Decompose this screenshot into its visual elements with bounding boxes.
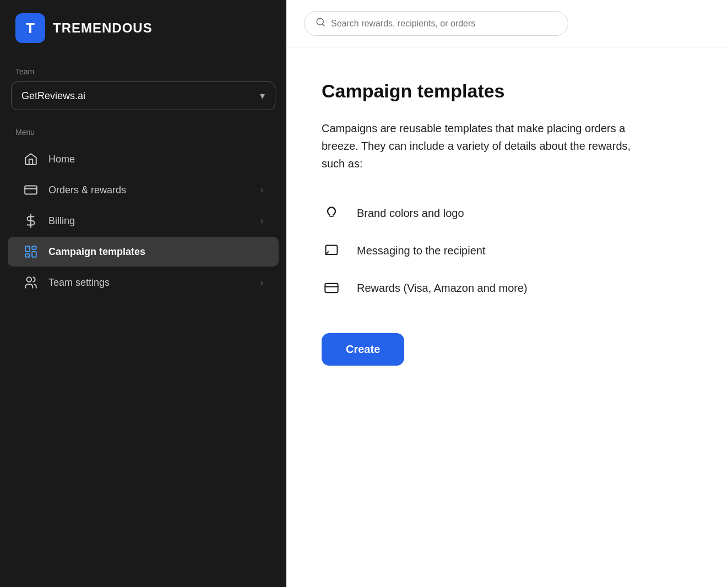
logo-letter: T: [26, 20, 35, 37]
svg-rect-11: [325, 284, 338, 292]
svg-rect-0: [25, 186, 37, 194]
team-selector[interactable]: GetReviews.ai ▾: [11, 81, 275, 110]
dollar-icon: [23, 214, 39, 228]
team-selector-value: GetReviews.ai: [21, 90, 85, 102]
sidebar-item-orders-label: Orders & rewards: [48, 184, 251, 196]
sidebar-item-home[interactable]: Home: [8, 144, 279, 174]
content-area: Campaign templates Campaigns are reusabl…: [286, 47, 728, 587]
sidebar-nav: Home Orders & rewards › Billing ›: [0, 143, 286, 298]
svg-rect-3: [25, 246, 30, 252]
main-content: Campaign templates Campaigns are reusabl…: [286, 0, 728, 587]
feature-messaging: Messaging to the recipient: [322, 232, 693, 269]
chevron-down-icon: ▾: [260, 90, 265, 102]
svg-rect-4: [32, 246, 36, 249]
team-section-label: Team: [0, 56, 286, 81]
sidebar-item-home-label: Home: [48, 154, 263, 165]
description-text: Campaigns are reusable templates that ma…: [322, 119, 641, 172]
message-icon: [322, 243, 341, 258]
card-rewards-icon: [322, 280, 341, 296]
grid-icon: [23, 244, 39, 259]
page-title: Campaign templates: [322, 80, 693, 102]
features-list: Brand colors and logo Messaging to the r…: [322, 194, 693, 307]
logo-icon: T: [15, 13, 45, 43]
chevron-right-icon: ›: [260, 185, 263, 195]
topbar: [286, 0, 728, 47]
sidebar-item-billing-label: Billing: [48, 215, 251, 227]
svg-point-7: [26, 277, 31, 282]
svg-line-9: [322, 24, 324, 25]
search-input[interactable]: [331, 19, 557, 29]
sidebar-item-orders-rewards[interactable]: Orders & rewards ›: [8, 175, 279, 205]
sidebar-item-team-settings[interactable]: Team settings ›: [8, 268, 279, 297]
paint-icon: [322, 205, 341, 221]
chevron-right-icon-team: ›: [260, 278, 263, 287]
search-box[interactable]: [304, 11, 568, 36]
svg-rect-5: [32, 252, 36, 257]
menu-section-label: Menu: [0, 123, 286, 143]
logo-text: TREMENDOUS: [53, 20, 153, 36]
sidebar-header: T TREMENDOUS: [0, 0, 286, 56]
feature-brand: Brand colors and logo: [322, 194, 693, 232]
create-button[interactable]: Create: [322, 333, 404, 366]
sidebar-item-campaign-templates[interactable]: Campaign templates: [8, 237, 279, 267]
card-icon: [23, 183, 39, 197]
feature-rewards: Rewards (Visa, Amazon and more): [322, 269, 693, 307]
chevron-right-icon-billing: ›: [260, 216, 263, 226]
sidebar-item-campaign-label: Campaign templates: [48, 246, 263, 258]
feature-brand-label: Brand colors and logo: [357, 207, 464, 220]
sidebar-item-team-label: Team settings: [48, 277, 251, 289]
search-icon: [316, 17, 325, 30]
home-icon: [23, 152, 39, 166]
sidebar: T TREMENDOUS Team GetReviews.ai ▾ Menu H…: [0, 0, 286, 587]
feature-rewards-label: Rewards (Visa, Amazon and more): [357, 282, 528, 295]
svg-rect-6: [25, 254, 30, 257]
feature-messaging-label: Messaging to the recipient: [357, 244, 485, 257]
people-icon: [23, 275, 39, 290]
sidebar-item-billing[interactable]: Billing ›: [8, 206, 279, 236]
